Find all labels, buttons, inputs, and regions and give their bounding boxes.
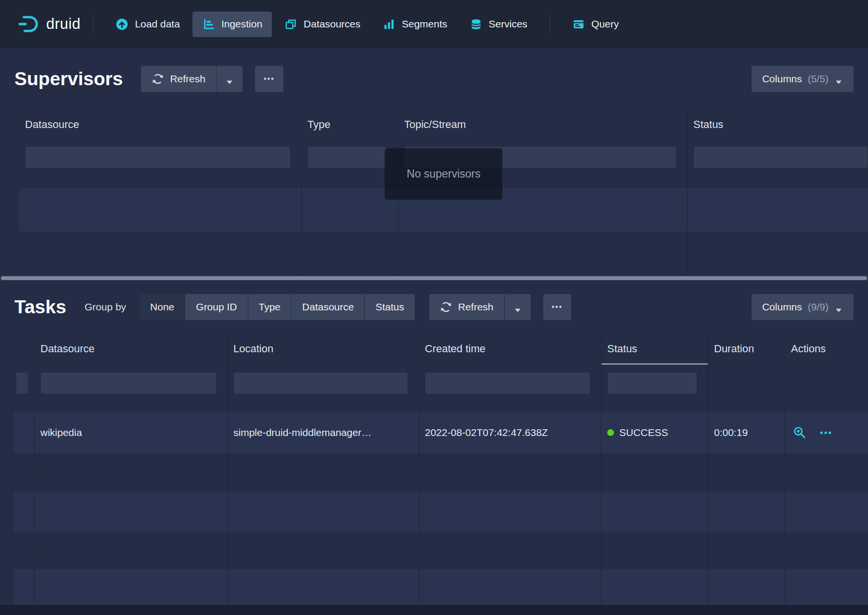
- supervisors-filter-status-input[interactable]: [693, 146, 868, 168]
- refresh-icon: [152, 73, 164, 85]
- columns-count: (9/9): [808, 301, 829, 313]
- navbar-divider-2: [549, 15, 550, 33]
- nav-item-segments[interactable]: Segments: [373, 12, 457, 37]
- tasks-header-actions[interactable]: Actions: [785, 333, 868, 365]
- supervisors-columns-button[interactable]: Columns (5/5): [752, 66, 854, 92]
- tasks-more-button[interactable]: •••: [543, 294, 572, 320]
- tasks-filter-datasource-input[interactable]: [40, 372, 217, 394]
- brand-name: druid: [46, 15, 80, 33]
- supervisors-header-datasource[interactable]: Datasource: [19, 110, 302, 139]
- nav-label: Services: [489, 18, 528, 30]
- supervisors-refresh-caret-button[interactable]: [216, 66, 243, 92]
- supervisors-title: Supervisors: [14, 68, 123, 90]
- nav-label: Datasources: [304, 18, 360, 30]
- nav-item-load-data[interactable]: Load data: [106, 12, 189, 37]
- supervisors-header-type[interactable]: Type: [302, 110, 398, 139]
- nav-item-datasources[interactable]: Datasources: [275, 12, 370, 37]
- supervisors-filter-datasource-input[interactable]: [25, 146, 291, 168]
- nav-item-query[interactable]: Query: [562, 12, 628, 37]
- group-by-type-button[interactable]: Type: [248, 294, 292, 320]
- ingestion-chart-icon: [202, 18, 215, 31]
- task-row-wikipedia[interactable]: wikipedia simple-druid-middlemanager… 20…: [14, 412, 868, 453]
- tasks-header-status[interactable]: Status: [601, 333, 708, 365]
- columns-label: Columns: [762, 301, 802, 313]
- group-by-datasource-button[interactable]: Datasource: [291, 294, 364, 320]
- table-row: [14, 569, 868, 605]
- columns-count: (5/5): [808, 73, 829, 85]
- tasks-refresh-button[interactable]: Refresh: [429, 294, 504, 320]
- task-location: simple-druid-middlemanager…: [228, 412, 419, 453]
- group-by-label: Group by: [85, 301, 126, 313]
- task-datasource: wikipedia: [35, 412, 228, 453]
- magnify-details-icon[interactable]: [793, 426, 806, 439]
- top-navbar: druid Load data Ingestion Datasources Se: [0, 0, 868, 48]
- tasks-horizontal-scrollbar-track[interactable]: [0, 605, 868, 615]
- nav-item-services[interactable]: Services: [460, 12, 537, 37]
- upload-circle-icon: [115, 18, 128, 31]
- task-more-actions-button[interactable]: •••: [820, 427, 832, 438]
- nav-label: Segments: [402, 18, 447, 30]
- group-by-none-button[interactable]: None: [140, 294, 185, 320]
- table-row: [14, 453, 868, 493]
- tasks-header-row: Datasource Location Created time Status …: [14, 333, 868, 365]
- nav-label: Ingestion: [221, 18, 262, 30]
- tasks-header-created-time[interactable]: Created time: [419, 333, 601, 365]
- status-label: SUCCESS: [619, 427, 668, 438]
- supervisors-header-topic-stream[interactable]: Topic/Stream: [398, 110, 688, 139]
- refresh-label: Refresh: [170, 73, 205, 85]
- tasks-filter-location-input[interactable]: [233, 372, 408, 394]
- supervisors-filter-type-input[interactable]: [307, 146, 387, 168]
- nav-items: Load data Ingestion Datasources Segments…: [106, 12, 537, 37]
- tasks-title: Tasks: [14, 296, 66, 318]
- tasks-refresh-caret-button[interactable]: [504, 294, 531, 320]
- druid-logo[interactable]: druid: [17, 13, 80, 35]
- chevron-down-icon: [834, 304, 843, 310]
- refresh-icon: [440, 301, 452, 313]
- supervisors-refresh-button[interactable]: Refresh: [141, 66, 216, 92]
- table-row: [14, 493, 868, 531]
- supervisors-header-row: Datasource Type Topic/Stream Status: [19, 110, 868, 140]
- tasks-filter-created-time-input[interactable]: [425, 372, 590, 394]
- console-icon: [572, 18, 585, 31]
- tasks-header-clipped[interactable]: [14, 333, 35, 365]
- tasks-refresh-split: Refresh: [429, 294, 531, 320]
- group-by-group-id-button[interactable]: Group ID: [185, 294, 247, 320]
- chevron-down-icon: [513, 304, 522, 310]
- group-by-segmented-control: None Group ID Type Datasource Status: [140, 294, 415, 320]
- task-created-time: 2022-08-02T07:42:47.638Z: [419, 412, 601, 453]
- tasks-filter-row: [14, 365, 868, 412]
- database-icon: [470, 18, 483, 31]
- chevron-down-icon: [225, 76, 234, 82]
- supervisors-more-button[interactable]: •••: [255, 66, 283, 92]
- chevron-down-icon: [834, 76, 843, 82]
- scrollbar-thumb[interactable]: [1, 276, 867, 280]
- group-by-status-button[interactable]: Status: [364, 294, 415, 320]
- supervisors-header-status[interactable]: Status: [688, 110, 868, 139]
- tasks-header-duration[interactable]: Duration: [708, 333, 785, 365]
- navbar-divider: [93, 15, 93, 33]
- table-row: [14, 531, 868, 569]
- tasks-filter-status-input[interactable]: [607, 372, 697, 394]
- tasks-filter-clipped-input[interactable]: [16, 372, 28, 394]
- nav-label: Load data: [135, 18, 179, 30]
- nav-item-ingestion[interactable]: Ingestion: [192, 12, 272, 37]
- tasks-header-datasource[interactable]: Datasource: [35, 333, 228, 365]
- supervisors-toolbar: Supervisors Refresh ••• Columns (5/5): [0, 48, 868, 110]
- stacked-layers-icon: [284, 18, 297, 31]
- tasks-toolbar: Tasks Group by None Group ID Type Dataso…: [0, 281, 868, 333]
- sort-indicator: [601, 363, 708, 365]
- bar-chart-icon: [383, 18, 396, 31]
- task-duration: 0:00:19: [708, 412, 785, 453]
- druid-logo-icon: [17, 13, 39, 35]
- task-actions: •••: [785, 412, 868, 453]
- status-success-dot: [607, 429, 614, 436]
- columns-label: Columns: [762, 73, 802, 85]
- tasks-header-status-label: Status: [607, 343, 637, 355]
- refresh-label: Refresh: [458, 301, 494, 313]
- task-status: SUCCESS: [601, 412, 708, 453]
- nav-label: Query: [591, 18, 619, 30]
- supervisors-horizontal-scrollbar: [0, 275, 868, 281]
- tasks-columns-button[interactable]: Columns (9/9): [752, 294, 854, 320]
- tasks-header-location[interactable]: Location: [228, 333, 419, 365]
- table-row: [19, 231, 868, 275]
